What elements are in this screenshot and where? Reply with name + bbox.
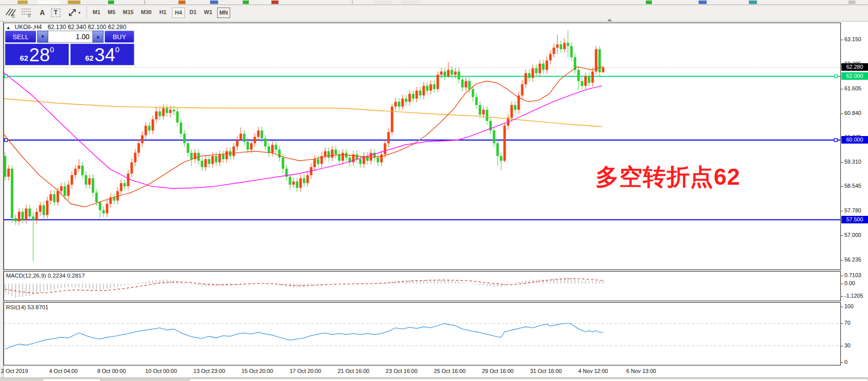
axis-tick — [840, 40, 843, 40]
cropped-toolbar-icon — [848, 1, 855, 4]
timeframe-button-d1[interactable]: D1 — [187, 8, 199, 17]
rsi-axis-label: 100 — [844, 303, 853, 309]
buy-button[interactable]: BUY — [105, 31, 134, 43]
svg-text:F: F — [28, 14, 31, 18]
draw-e-tool-icon[interactable]: E — [4, 7, 17, 19]
axis-tick — [840, 186, 843, 187]
chart-shift-marker-icon[interactable] — [607, 19, 612, 22]
bid-big-figure: 62 — [20, 53, 28, 63]
axis-tick — [840, 307, 843, 307]
level-price-badge: 57.500 — [841, 216, 868, 223]
price-axis-label: 60.840 — [844, 110, 861, 116]
cropped-toolbar-icon — [243, 1, 249, 4]
cropped-toolbar-icon — [108, 1, 114, 4]
timeframe-button-mn[interactable]: MN — [217, 8, 230, 18]
textbox-tool-icon[interactable]: T — [50, 7, 61, 19]
macd-panel[interactable] — [4, 271, 841, 301]
axis-tick — [840, 296, 843, 297]
axis-tick — [840, 260, 843, 261]
cropped-toolbar-icon — [646, 1, 652, 4]
timeframe-button-m30[interactable]: M30 — [139, 8, 154, 17]
chart-annotation-text[interactable]: 多空转折点62 — [596, 162, 740, 193]
current-price-badge: 62.280 — [841, 63, 868, 71]
price-axis-label: 59.310 — [844, 159, 861, 165]
volume-increment-button[interactable]: ▲ — [92, 31, 104, 43]
price-axis-label: 58.545 — [844, 183, 861, 189]
arrows-tool-caret-icon: ▾ — [78, 11, 80, 15]
cropped-toolbar-icon — [749, 1, 757, 4]
time-axis-label: 2 Oct 2019 — [1, 368, 28, 374]
axis-tick — [840, 211, 843, 211]
bid-price-tile[interactable]: 62 28 0 — [5, 44, 69, 65]
axis-tick — [840, 346, 843, 346]
one-click-collapse-icon[interactable]: ▲ — [6, 25, 11, 30]
time-axis-label: 17 Oct 20:00 — [290, 368, 321, 374]
timeframe-button-h4[interactable]: H4 — [172, 8, 185, 18]
rsi-label: RSI(14) 53.8701 — [6, 304, 48, 310]
main-toolbar: E F A T ▾ M1M5M15M30H1H4D1W1MN — [0, 5, 868, 22]
axis-tick — [840, 362, 843, 363]
cropped-toolbar-icon — [401, 1, 420, 4]
toolbar-separator — [86, 7, 87, 18]
mt4-window: E F A T ▾ M1M5M15M30H1H4D1W1MN — [0, 0, 868, 381]
cropped-toolbar-icon — [18, 1, 28, 4]
timeframe-button-h1[interactable]: H1 — [157, 8, 169, 17]
timeframe-button-m1[interactable]: M1 — [90, 8, 103, 17]
cropped-toolbar-icon — [210, 1, 218, 4]
time-axis-label: 21 Oct 16:00 — [338, 368, 369, 374]
symbol-period-label: UKOil-,H4 — [15, 24, 42, 31]
ohlc-readout: 62.130 62.340 62.100 62.280 — [48, 24, 127, 31]
ask-price-tile[interactable]: 62 34 0 — [70, 44, 134, 65]
axis-tick — [840, 113, 843, 114]
status-cell — [43, 378, 101, 381]
svg-text:E: E — [12, 14, 15, 18]
timeframe-button-m15[interactable]: M15 — [121, 8, 136, 17]
axis-tick — [840, 235, 843, 236]
rsi-axis-label: 70 — [844, 320, 850, 326]
cropped-toolbar-icon — [38, 1, 60, 4]
time-axis-label: 31 Oct 16:00 — [530, 368, 562, 374]
axis-tick — [840, 162, 843, 163]
macd-axis-label: 0.00 — [844, 280, 855, 286]
price-axis-label: 56.235 — [844, 257, 861, 263]
cropped-toolbar-icon — [352, 1, 353, 4]
ask-pipette: 0 — [115, 46, 119, 53]
arrows-tool-icon[interactable]: ▾ — [65, 7, 82, 19]
grid-f-tool-icon[interactable]: F — [20, 7, 33, 19]
price-axis-label: 57.000 — [844, 232, 861, 238]
text-label-tool-icon[interactable]: A — [37, 7, 47, 19]
time-axis-label: 4 Nov 12:00 — [578, 368, 608, 374]
timeframe-button-m5[interactable]: M5 — [106, 8, 118, 17]
time-axis-label: 29 Oct 16:00 — [482, 368, 514, 374]
cropped-toolbar-icon — [68, 1, 80, 4]
cropped-toolbar-icon — [699, 1, 707, 4]
bid-pipette: 0 — [50, 46, 54, 53]
chart-title: ▲ UKOil-,H4 62.130 62.340 62.100 62.280 — [6, 24, 126, 31]
macd-axis-label: 0.7103 — [844, 272, 861, 278]
price-axis-label: 61.605 — [844, 85, 861, 91]
macd-axis-label: -1.1205 — [844, 293, 863, 299]
rsi-axis-label: 0 — [844, 359, 847, 365]
sell-button[interactable]: SELL — [5, 31, 36, 43]
time-axis-label: 8 Oct 00:00 — [97, 368, 126, 374]
bid-pips: 28 — [29, 47, 50, 63]
cropped-toolbar-icon — [144, 1, 145, 4]
volume-decrement-button[interactable]: ▼ — [37, 31, 48, 43]
cropped-toolbar-icon — [271, 1, 278, 4]
price-axis-label: 63.150 — [844, 36, 861, 42]
axis-tick — [840, 276, 843, 276]
status-cell — [189, 378, 868, 381]
rsi-axis-label: 30 — [844, 342, 850, 348]
volume-input[interactable]: 1.00 — [48, 31, 92, 43]
axis-tick — [840, 284, 843, 284]
upper-toolbar-strip[interactable] — [0, 0, 868, 5]
window-left-frame — [0, 22, 4, 381]
rsi-panel[interactable] — [4, 302, 841, 365]
level-price-badge: 62.000 — [841, 72, 868, 80]
macd-label: MACD(12,26,9) 0.2234 0.2817 — [6, 273, 85, 279]
timeframe-button-w1[interactable]: W1 — [202, 8, 214, 17]
time-axis-label: 13 Oct 23:00 — [194, 368, 225, 374]
ask-pips: 34 — [94, 47, 115, 63]
price-axis-label: 57.780 — [844, 207, 861, 213]
time-axis-label: 4 Oct 04:00 — [49, 368, 78, 374]
